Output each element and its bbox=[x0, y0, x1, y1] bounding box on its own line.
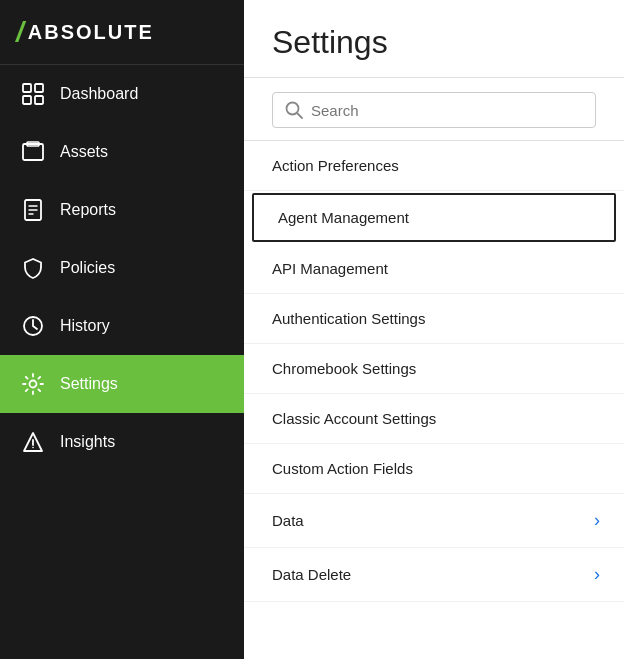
sidebar-item-label-reports: Reports bbox=[60, 201, 116, 219]
settings-item-label-api-management: API Management bbox=[272, 260, 388, 277]
settings-icon bbox=[20, 371, 46, 397]
sidebar-item-label-settings: Settings bbox=[60, 375, 118, 393]
logo-text: ABSOLUTE bbox=[28, 21, 154, 44]
sidebar-item-history[interactable]: History bbox=[0, 297, 244, 355]
reports-icon bbox=[20, 197, 46, 223]
svg-rect-0 bbox=[23, 84, 31, 92]
svg-rect-1 bbox=[35, 84, 43, 92]
sidebar-item-dashboard[interactable]: Dashboard bbox=[0, 65, 244, 123]
sidebar-item-policies[interactable]: Policies bbox=[0, 239, 244, 297]
settings-item-api-management[interactable]: API Management bbox=[244, 244, 624, 294]
main-content: Settings Action Preferences Agent Manage… bbox=[244, 0, 624, 659]
sidebar-item-reports[interactable]: Reports bbox=[0, 181, 244, 239]
settings-item-label-agent-management: Agent Management bbox=[278, 209, 409, 226]
settings-item-custom-action-fields[interactable]: Custom Action Fields bbox=[244, 444, 624, 494]
sidebar-logo: / ABSOLUTE bbox=[0, 0, 244, 65]
sidebar: / ABSOLUTE Dashboard bbox=[0, 0, 244, 659]
settings-item-label-chromebook-settings: Chromebook Settings bbox=[272, 360, 416, 377]
svg-rect-2 bbox=[23, 96, 31, 104]
sidebar-item-settings[interactable]: Settings bbox=[0, 355, 244, 413]
settings-item-agent-management[interactable]: Agent Management bbox=[252, 193, 616, 242]
settings-item-data-delete[interactable]: Data Delete › bbox=[244, 548, 624, 602]
settings-item-authentication-settings[interactable]: Authentication Settings bbox=[244, 294, 624, 344]
search-icon bbox=[285, 101, 303, 119]
search-input[interactable] bbox=[311, 102, 583, 119]
dashboard-icon bbox=[20, 81, 46, 107]
settings-item-label-classic-account-settings: Classic Account Settings bbox=[272, 410, 436, 427]
sidebar-item-label-dashboard: Dashboard bbox=[60, 85, 138, 103]
search-input-wrapper bbox=[272, 92, 596, 128]
chevron-right-icon-data: › bbox=[594, 510, 600, 531]
sidebar-item-label-policies: Policies bbox=[60, 259, 115, 277]
search-container bbox=[244, 78, 624, 141]
settings-item-label-action-preferences: Action Preferences bbox=[272, 157, 399, 174]
sidebar-item-label-assets: Assets bbox=[60, 143, 108, 161]
settings-item-label-data-delete: Data Delete bbox=[272, 566, 351, 583]
settings-item-label-custom-action-fields: Custom Action Fields bbox=[272, 460, 413, 477]
settings-item-label-data: Data bbox=[272, 512, 304, 529]
history-icon bbox=[20, 313, 46, 339]
sidebar-item-label-insights: Insights bbox=[60, 433, 115, 451]
settings-item-chromebook-settings[interactable]: Chromebook Settings bbox=[244, 344, 624, 394]
settings-item-label-authentication-settings: Authentication Settings bbox=[272, 310, 425, 327]
sidebar-item-assets[interactable]: Assets bbox=[0, 123, 244, 181]
logo-slash-icon: / bbox=[16, 18, 24, 46]
assets-icon bbox=[20, 139, 46, 165]
settings-item-data[interactable]: Data › bbox=[244, 494, 624, 548]
sidebar-item-label-history: History bbox=[60, 317, 110, 335]
svg-rect-3 bbox=[35, 96, 43, 104]
policies-icon bbox=[20, 255, 46, 281]
svg-line-16 bbox=[297, 113, 302, 118]
chevron-right-icon-data-delete: › bbox=[594, 564, 600, 585]
settings-item-action-preferences[interactable]: Action Preferences bbox=[244, 141, 624, 191]
svg-point-11 bbox=[30, 381, 37, 388]
settings-item-classic-account-settings[interactable]: Classic Account Settings bbox=[244, 394, 624, 444]
page-title: Settings bbox=[244, 0, 624, 78]
insights-icon bbox=[20, 429, 46, 455]
settings-list: Action Preferences Agent Management API … bbox=[244, 141, 624, 659]
sidebar-nav: Dashboard Assets Reports bbox=[0, 65, 244, 659]
sidebar-item-insights[interactable]: Insights bbox=[0, 413, 244, 471]
svg-point-14 bbox=[32, 447, 34, 449]
